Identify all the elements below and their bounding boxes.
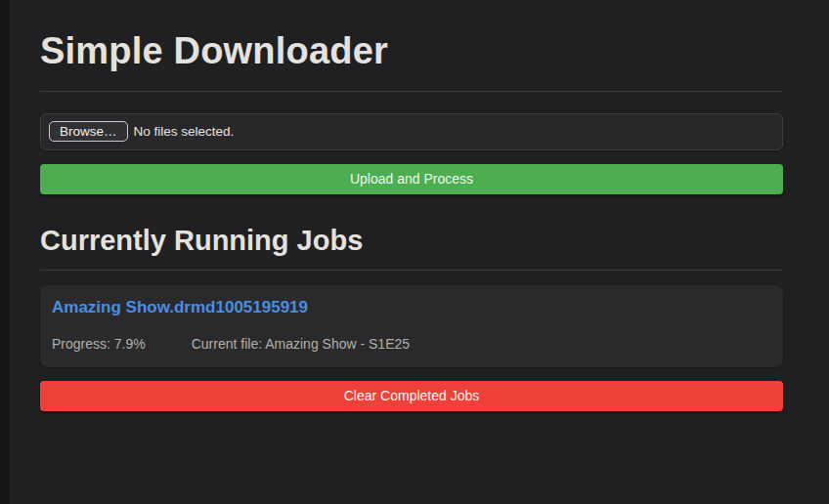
jobs-heading: Currently Running Jobs xyxy=(40,224,783,258)
clear-completed-button[interactable]: Clear Completed Jobs xyxy=(40,381,783,411)
file-status-text: No files selected. xyxy=(134,124,235,139)
main-content: Simple Downloader Browse… No files selec… xyxy=(40,0,783,411)
job-current-file: Current file: Amazing Show - S1E25 xyxy=(192,336,410,353)
file-input[interactable]: Browse… No files selected. xyxy=(40,113,783,150)
job-title-link[interactable]: Amazing Show.drmd1005195919 xyxy=(52,298,771,317)
job-meta-row: Progress: 7.9% Current file: Amazing Sho… xyxy=(52,336,771,353)
divider-jobs xyxy=(40,270,783,271)
browse-button[interactable]: Browse… xyxy=(49,121,128,142)
divider-top xyxy=(40,91,783,92)
job-card: Amazing Show.drmd1005195919 Progress: 7.… xyxy=(40,285,783,366)
page-title: Simple Downloader xyxy=(40,29,783,74)
window-edge-strip xyxy=(0,0,10,504)
job-progress: Progress: 7.9% xyxy=(52,336,146,353)
upload-process-button[interactable]: Upload and Process xyxy=(40,164,783,194)
